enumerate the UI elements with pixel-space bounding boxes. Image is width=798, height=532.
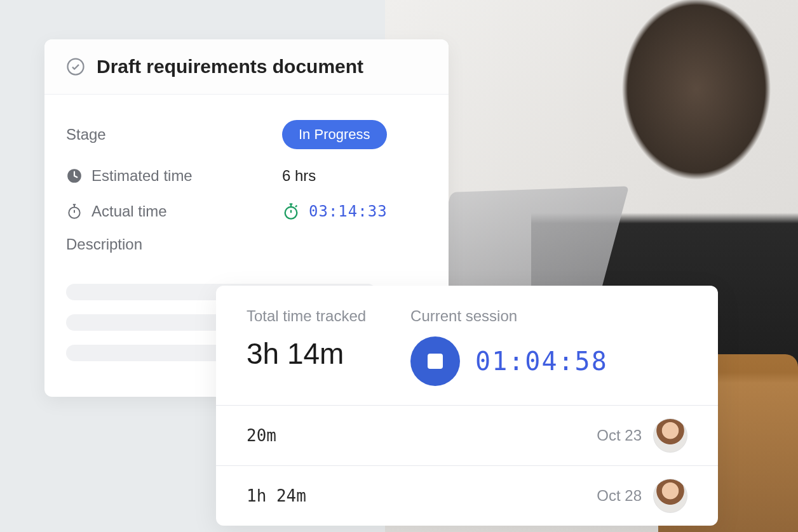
svg-point-0 (68, 59, 84, 75)
task-title: Draft requirements document (97, 56, 363, 77)
stopwatch-running-icon (282, 203, 300, 220)
stop-icon (428, 354, 443, 369)
description-label: Description (66, 236, 427, 253)
stage-pill[interactable]: In Progress (282, 120, 387, 149)
time-entry-row[interactable]: 1h 24m Oct 28 (216, 465, 718, 526)
entry-duration: 1h 24m (247, 486, 306, 505)
current-session-col: Current session 01:04:58 (410, 307, 608, 386)
actual-time-label: Actual time (91, 203, 167, 220)
task-header: Draft requirements document (44, 39, 449, 95)
total-time-value: 3h 14m (247, 336, 366, 371)
tracker-summary: Total time tracked 3h 14m Current sessio… (216, 286, 718, 405)
estimated-time-row: Estimated time 6 hrs (66, 158, 427, 194)
clock-icon (66, 168, 83, 184)
current-session-label: Current session (410, 307, 608, 325)
svg-point-2 (69, 208, 79, 218)
entry-date: Oct 23 (597, 427, 642, 444)
time-tracker-card: Total time tracked 3h 14m Current sessio… (216, 286, 718, 526)
stopwatch-icon (66, 203, 83, 220)
time-entry-row[interactable]: 20m Oct 23 (216, 405, 718, 465)
user-avatar (653, 418, 687, 453)
entry-duration: 20m (247, 426, 276, 445)
time-entries-list: 20m Oct 23 1h 24m Oct 28 (216, 405, 718, 526)
entry-date: Oct 28 (597, 487, 642, 505)
total-time-label: Total time tracked (247, 307, 366, 325)
stop-timer-button[interactable] (410, 336, 460, 386)
actual-time-value: 03:14:33 (309, 203, 388, 220)
stage-row: Stage In Progress (66, 111, 427, 158)
current-session-value: 01:04:58 (475, 347, 608, 376)
actual-time-row: Actual time 03:14:33 (66, 194, 427, 229)
estimated-time-value: 6 hrs (282, 167, 316, 185)
estimated-time-label: Estimated time (91, 167, 193, 185)
total-time-col: Total time tracked 3h 14m (247, 307, 366, 386)
check-circle-icon (66, 57, 85, 76)
user-avatar (653, 479, 687, 513)
stage-label: Stage (66, 126, 106, 143)
